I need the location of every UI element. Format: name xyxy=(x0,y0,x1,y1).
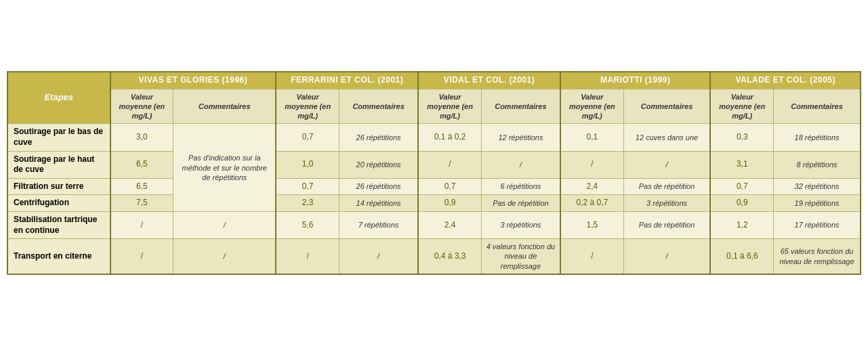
g2-val-row3: 0,7 xyxy=(276,178,339,195)
g5-com-row5: 17 répétitions xyxy=(774,211,861,238)
g4-com-row3: Pas de répétition xyxy=(623,178,710,195)
table-wrapper: Etapes VIVAS et GLORIES (1996) FERRARINI… xyxy=(7,71,861,275)
g1-valeur-subheader: Valeur moyenne (en mg/L) xyxy=(110,89,173,124)
g1-com-row5: / xyxy=(173,211,276,238)
g5-val-row4: 0,9 xyxy=(710,195,773,212)
g2-com-row1: 26 répétitions xyxy=(339,124,419,151)
g4-com-row5: Pas de répétition xyxy=(623,211,710,238)
g3-com-row6: 4 valeurs fonction du niveau de rempliss… xyxy=(481,239,560,274)
g4-commentaires-subheader: Commentaires xyxy=(623,89,710,124)
g4-com-row1: 12 cuves dans une xyxy=(623,124,710,151)
g1-val-row5: / xyxy=(110,211,173,238)
g3-com-row1: 12 répétitions xyxy=(481,124,560,151)
g3-val-row4: 0,9 xyxy=(418,195,481,212)
g1-val-row3: 6,5 xyxy=(110,178,173,195)
g4-com-row4: 3 répétitions xyxy=(623,195,710,212)
g3-val-row3: 0,7 xyxy=(418,178,481,195)
etape-row5: Stabilisation tartrique en continue xyxy=(7,211,110,238)
g4-val-row6: / xyxy=(560,239,623,274)
g4-com-row2: / xyxy=(623,151,710,178)
g3-val-row1: 0,1 à 0,2 xyxy=(418,124,481,151)
g3-com-row5: 3 répétitions xyxy=(481,211,560,238)
etape-row6: Transport en citerne xyxy=(7,239,110,274)
g2-val-row4: 2,3 xyxy=(276,195,339,212)
etape-row4: Centrifugation xyxy=(7,195,110,212)
main-table: Etapes VIVAS et GLORIES (1996) FERRARINI… xyxy=(7,71,861,275)
g2-commentaires-subheader: Commentaires xyxy=(339,89,419,124)
g1-val-row1: 3,0 xyxy=(110,124,173,151)
g1-commentaires-subheader: Commentaires xyxy=(173,89,276,124)
g2-com-row6: / xyxy=(339,239,419,274)
g5-com-row3: 32 répétitions xyxy=(774,178,861,195)
g4-val-row1: 0,1 xyxy=(560,124,623,151)
g5-val-row6: 0,1 à 6,6 xyxy=(710,239,773,274)
g5-val-row1: 0,3 xyxy=(710,124,773,151)
g3-commentaires-subheader: Commentaires xyxy=(481,89,560,124)
g4-val-row4: 0,2 à 0,7 xyxy=(560,195,623,212)
g5-val-row5: 1,2 xyxy=(710,211,773,238)
g2-com-row3: 26 répétitions xyxy=(339,178,419,195)
g4-val-row2: / xyxy=(560,151,623,178)
g3-val-row2: / xyxy=(418,151,481,178)
g3-val-row6: 0,4 à 3,3 xyxy=(418,239,481,274)
group4-header: MARIOTTI (1999) xyxy=(560,72,710,89)
g5-com-row6: 65 valeurs fonction du niveau de remplis… xyxy=(774,239,861,274)
g2-val-row2: 1,0 xyxy=(276,151,339,178)
g3-com-row2: / xyxy=(481,151,560,178)
g3-com-row4: Pas de répétition xyxy=(481,195,560,212)
etape-row1: Soutirage par le bas de cuve xyxy=(7,124,110,151)
g4-val-row5: 1,5 xyxy=(560,211,623,238)
g3-val-row5: 2,4 xyxy=(418,211,481,238)
etape-row2: Soutirage par le haut de cuve xyxy=(7,151,110,178)
g5-commentaires-subheader: Commentaires xyxy=(774,89,861,124)
g5-com-row2: 8 répétitions xyxy=(774,151,861,178)
g2-val-row6: / xyxy=(276,239,339,274)
g2-com-row4: 14 répétitions xyxy=(339,195,419,212)
g2-val-row5: 5,6 xyxy=(276,211,339,238)
group5-header: VALADE et col. (2005) xyxy=(710,72,861,89)
g2-com-row5: 7 répétitions xyxy=(339,211,419,238)
col-etapes-header: Etapes xyxy=(7,72,110,124)
g5-val-row3: 0,7 xyxy=(710,178,773,195)
g2-com-row2: 20 répétitions xyxy=(339,151,419,178)
g5-com-row1: 18 répétitions xyxy=(774,124,861,151)
g1-com-row6: / xyxy=(173,239,276,274)
group3-header: VIDAL et col. (2001) xyxy=(418,72,560,89)
g5-val-row2: 3,1 xyxy=(710,151,773,178)
group1-header: VIVAS et GLORIES (1996) xyxy=(110,72,276,89)
g3-com-row3: 6 répétitions xyxy=(481,178,560,195)
g2-valeur-subheader: Valeur moyenne (en mg/L) xyxy=(276,89,339,124)
g1-val-row4: 7,5 xyxy=(110,195,173,212)
group2-header: FERRARINI et col. (2001) xyxy=(276,72,418,89)
g4-valeur-subheader: Valeur moyenne (en mg/L) xyxy=(560,89,623,124)
g4-com-row6: / xyxy=(623,239,710,274)
g1-val-row6: / xyxy=(110,239,173,274)
g1-com-rowspan: Pas d'indication sur la méthode et sur l… xyxy=(173,124,276,212)
g5-com-row4: 19 répétitions xyxy=(774,195,861,212)
g3-valeur-subheader: Valeur moyenne (en mg/L) xyxy=(418,89,481,124)
g4-val-row3: 2,4 xyxy=(560,178,623,195)
etape-row3: Filtration sur terre xyxy=(7,178,110,195)
g1-val-row2: 6,5 xyxy=(110,151,173,178)
g5-valeur-subheader: Valeur moyenne (en mg/L) xyxy=(710,89,773,124)
g2-val-row1: 0,7 xyxy=(276,124,339,151)
